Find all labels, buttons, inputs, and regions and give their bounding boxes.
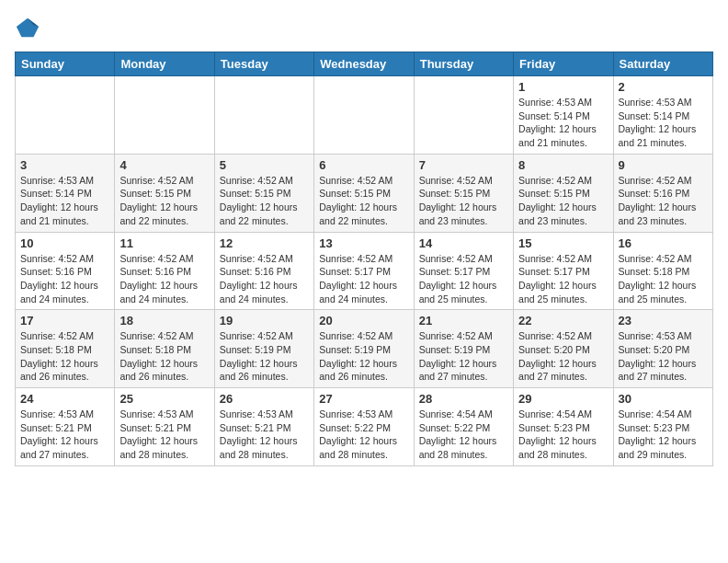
day-number: 12 xyxy=(220,236,309,250)
calendar-day: 20Sunrise: 4:52 AM Sunset: 5:19 PM Dayli… xyxy=(314,310,414,388)
day-number: 4 xyxy=(119,158,209,172)
day-info: Sunrise: 4:52 AM Sunset: 5:19 PM Dayligh… xyxy=(419,329,508,384)
calendar-day: 9Sunrise: 4:52 AM Sunset: 5:16 PM Daylig… xyxy=(613,154,712,232)
day-info: Sunrise: 4:53 AM Sunset: 5:21 PM Dayligh… xyxy=(20,408,109,462)
weekday-header-saturday: Saturday xyxy=(613,52,712,76)
calendar-header-row: SundayMondayTuesdayWednesdayThursdayFrid… xyxy=(16,52,713,76)
day-info: Sunrise: 4:52 AM Sunset: 5:17 PM Dayligh… xyxy=(419,252,508,306)
day-info: Sunrise: 4:52 AM Sunset: 5:18 PM Dayligh… xyxy=(619,252,708,306)
day-number: 28 xyxy=(419,392,508,406)
calendar-day: 26Sunrise: 4:53 AM Sunset: 5:21 PM Dayli… xyxy=(214,388,313,466)
calendar-day: 22Sunrise: 4:52 AM Sunset: 5:20 PM Dayli… xyxy=(514,310,613,388)
calendar-day: 27Sunrise: 4:53 AM Sunset: 5:22 PM Dayli… xyxy=(314,388,414,466)
calendar-day: 5Sunrise: 4:52 AM Sunset: 5:15 PM Daylig… xyxy=(214,154,313,232)
calendar-day xyxy=(214,76,313,155)
day-number: 10 xyxy=(20,236,109,250)
day-info: Sunrise: 4:54 AM Sunset: 5:23 PM Dayligh… xyxy=(619,408,708,462)
calendar-day: 10Sunrise: 4:52 AM Sunset: 5:16 PM Dayli… xyxy=(16,232,115,310)
day-number: 19 xyxy=(220,314,309,327)
calendar-day: 23Sunrise: 4:53 AM Sunset: 5:20 PM Dayli… xyxy=(613,310,712,388)
calendar-day: 24Sunrise: 4:53 AM Sunset: 5:21 PM Dayli… xyxy=(16,388,115,466)
calendar-table: SundayMondayTuesdayWednesdayThursdayFrid… xyxy=(15,52,713,466)
calendar-day: 4Sunrise: 4:52 AM Sunset: 5:15 PM Daylig… xyxy=(115,154,214,232)
calendar-day: 28Sunrise: 4:54 AM Sunset: 5:22 PM Dayli… xyxy=(414,388,513,466)
calendar-week-1: 1Sunrise: 4:53 AM Sunset: 5:14 PM Daylig… xyxy=(16,76,713,155)
calendar-day: 8Sunrise: 4:52 AM Sunset: 5:15 PM Daylig… xyxy=(514,154,613,232)
calendar-day xyxy=(314,76,414,155)
day-number: 27 xyxy=(319,392,408,406)
calendar-week-3: 10Sunrise: 4:52 AM Sunset: 5:16 PM Dayli… xyxy=(16,232,713,310)
page-header xyxy=(15,15,713,40)
day-number: 5 xyxy=(220,158,309,172)
calendar-day: 25Sunrise: 4:53 AM Sunset: 5:21 PM Dayli… xyxy=(115,388,214,466)
calendar-day: 13Sunrise: 4:52 AM Sunset: 5:17 PM Dayli… xyxy=(314,232,414,310)
weekday-header-thursday: Thursday xyxy=(414,52,513,76)
day-number: 24 xyxy=(20,392,109,406)
day-info: Sunrise: 4:52 AM Sunset: 5:19 PM Dayligh… xyxy=(220,329,309,384)
day-info: Sunrise: 4:52 AM Sunset: 5:16 PM Dayligh… xyxy=(220,252,309,306)
day-number: 16 xyxy=(619,236,708,250)
day-number: 20 xyxy=(319,314,408,327)
logo-icon xyxy=(15,15,40,40)
day-number: 9 xyxy=(619,158,708,172)
calendar-day: 17Sunrise: 4:52 AM Sunset: 5:18 PM Dayli… xyxy=(16,310,115,388)
calendar-day: 16Sunrise: 4:52 AM Sunset: 5:18 PM Dayli… xyxy=(613,232,712,310)
calendar-day: 3Sunrise: 4:53 AM Sunset: 5:14 PM Daylig… xyxy=(16,154,115,232)
calendar-week-5: 24Sunrise: 4:53 AM Sunset: 5:21 PM Dayli… xyxy=(16,388,713,466)
day-info: Sunrise: 4:54 AM Sunset: 5:22 PM Dayligh… xyxy=(419,408,508,462)
day-number: 2 xyxy=(619,80,708,94)
calendar-day: 2Sunrise: 4:53 AM Sunset: 5:14 PM Daylig… xyxy=(613,76,712,155)
calendar-day: 12Sunrise: 4:52 AM Sunset: 5:16 PM Dayli… xyxy=(214,232,313,310)
day-number: 8 xyxy=(518,158,608,172)
calendar-day xyxy=(115,76,214,155)
day-number: 18 xyxy=(119,314,209,327)
day-info: Sunrise: 4:53 AM Sunset: 5:22 PM Dayligh… xyxy=(319,408,408,462)
day-number: 11 xyxy=(119,236,209,250)
day-info: Sunrise: 4:53 AM Sunset: 5:14 PM Dayligh… xyxy=(20,174,109,228)
day-info: Sunrise: 4:52 AM Sunset: 5:18 PM Dayligh… xyxy=(119,329,209,384)
calendar-day xyxy=(16,76,115,155)
day-info: Sunrise: 4:52 AM Sunset: 5:15 PM Dayligh… xyxy=(518,174,608,228)
calendar-day: 18Sunrise: 4:52 AM Sunset: 5:18 PM Dayli… xyxy=(115,310,214,388)
day-number: 29 xyxy=(518,392,608,406)
day-number: 17 xyxy=(20,314,109,327)
weekday-header-monday: Monday xyxy=(115,52,214,76)
calendar-day: 7Sunrise: 4:52 AM Sunset: 5:15 PM Daylig… xyxy=(414,154,513,232)
day-info: Sunrise: 4:52 AM Sunset: 5:16 PM Dayligh… xyxy=(20,252,109,306)
weekday-header-friday: Friday xyxy=(514,52,613,76)
day-number: 25 xyxy=(119,392,209,406)
day-info: Sunrise: 4:52 AM Sunset: 5:15 PM Dayligh… xyxy=(419,174,508,228)
day-info: Sunrise: 4:52 AM Sunset: 5:15 PM Dayligh… xyxy=(319,174,408,228)
calendar-day xyxy=(414,76,513,155)
day-info: Sunrise: 4:52 AM Sunset: 5:16 PM Dayligh… xyxy=(619,174,708,228)
day-number: 13 xyxy=(319,236,408,250)
calendar-day: 15Sunrise: 4:52 AM Sunset: 5:17 PM Dayli… xyxy=(514,232,613,310)
day-number: 7 xyxy=(419,158,508,172)
day-number: 30 xyxy=(619,392,708,406)
day-info: Sunrise: 4:52 AM Sunset: 5:17 PM Dayligh… xyxy=(518,252,608,306)
day-number: 26 xyxy=(220,392,309,406)
day-info: Sunrise: 4:52 AM Sunset: 5:19 PM Dayligh… xyxy=(319,329,408,384)
day-info: Sunrise: 4:54 AM Sunset: 5:23 PM Dayligh… xyxy=(518,408,608,462)
day-info: Sunrise: 4:53 AM Sunset: 5:20 PM Dayligh… xyxy=(619,329,708,384)
day-info: Sunrise: 4:53 AM Sunset: 5:21 PM Dayligh… xyxy=(220,408,309,462)
weekday-header-sunday: Sunday xyxy=(16,52,115,76)
calendar-day: 19Sunrise: 4:52 AM Sunset: 5:19 PM Dayli… xyxy=(214,310,313,388)
calendar-day: 30Sunrise: 4:54 AM Sunset: 5:23 PM Dayli… xyxy=(613,388,712,466)
day-info: Sunrise: 4:52 AM Sunset: 5:15 PM Dayligh… xyxy=(220,174,309,228)
day-number: 21 xyxy=(419,314,508,327)
calendar-day: 21Sunrise: 4:52 AM Sunset: 5:19 PM Dayli… xyxy=(414,310,513,388)
day-number: 23 xyxy=(619,314,708,327)
day-info: Sunrise: 4:53 AM Sunset: 5:14 PM Dayligh… xyxy=(518,96,608,150)
weekday-header-wednesday: Wednesday xyxy=(314,52,414,76)
day-number: 1 xyxy=(518,80,608,94)
calendar-week-4: 17Sunrise: 4:52 AM Sunset: 5:18 PM Dayli… xyxy=(16,310,713,388)
day-number: 3 xyxy=(20,158,109,172)
day-info: Sunrise: 4:52 AM Sunset: 5:20 PM Dayligh… xyxy=(518,329,608,384)
day-info: Sunrise: 4:52 AM Sunset: 5:18 PM Dayligh… xyxy=(20,329,109,384)
day-info: Sunrise: 4:52 AM Sunset: 5:17 PM Dayligh… xyxy=(319,252,408,306)
svg-marker-0 xyxy=(17,18,39,38)
calendar-day: 14Sunrise: 4:52 AM Sunset: 5:17 PM Dayli… xyxy=(414,232,513,310)
calendar-day: 6Sunrise: 4:52 AM Sunset: 5:15 PM Daylig… xyxy=(314,154,414,232)
day-info: Sunrise: 4:53 AM Sunset: 5:14 PM Dayligh… xyxy=(619,96,708,150)
